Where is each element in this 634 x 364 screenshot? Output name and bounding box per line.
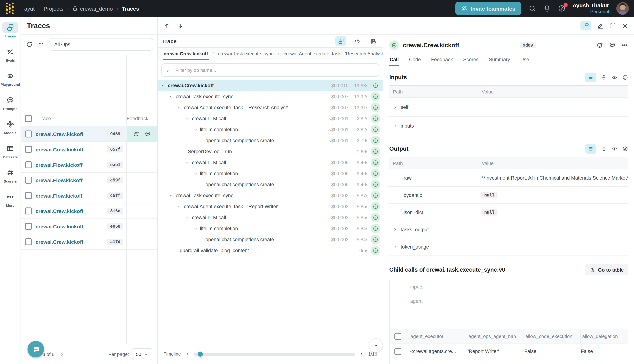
- tab-feedback[interactable]: Feedback: [431, 54, 453, 66]
- arrow-down-icon[interactable]: [177, 22, 183, 29]
- sidebar-item-datasets[interactable]: Datasets: [0, 143, 21, 165]
- per-page-select[interactable]: 50: [132, 348, 152, 360]
- sidebar-item-more[interactable]: More: [0, 191, 21, 214]
- tree-node[interactable]: crewai.Agent.execute_task - 'Research An…: [158, 102, 383, 113]
- table-row[interactable]: crewai.Crew.kickoff657f: [21, 142, 157, 157]
- tree-node[interactable]: crewai.Agent.execute_task - 'Report Writ…: [158, 201, 383, 212]
- chevron-down-icon[interactable]: [185, 215, 190, 220]
- sidebar-item-scorers[interactable]: Scorers: [0, 167, 21, 190]
- chevron-right-icon[interactable]: [393, 124, 398, 128]
- invite-teammates-button[interactable]: Invite teammates: [455, 2, 521, 15]
- chat-launcher-button[interactable]: [28, 341, 44, 358]
- columns-icon[interactable]: [38, 41, 44, 48]
- tree-node[interactable]: guardrail-validate_blog_content 0ms: [158, 245, 383, 256]
- tree-node[interactable]: crewai.LLM.call $0.0006 9.40s: [158, 157, 383, 168]
- breadcrumb-page[interactable]: Traces: [122, 5, 139, 12]
- trace-link[interactable]: crewai.Crew.kickoff: [36, 239, 83, 245]
- row-checkbox[interactable]: [25, 192, 32, 199]
- chevron-down-icon[interactable]: [185, 160, 190, 165]
- row-checkbox[interactable]: [25, 223, 32, 230]
- timeline-slider-handle[interactable]: [198, 352, 203, 357]
- table-row[interactable]: crewai.Flow.kickoffc59f: [21, 173, 157, 188]
- sidebar-item-playground[interactable]: Playground: [0, 70, 21, 93]
- chevron-down-icon[interactable]: [193, 127, 198, 132]
- help-icon[interactable]: [558, 5, 565, 12]
- tree-node[interactable]: crewai.Crew.kickoff $0.0010 19.83s: [158, 80, 383, 91]
- trace-link[interactable]: crewai.Crew.kickoff: [36, 224, 83, 229]
- wandb-logo[interactable]: [5, 2, 16, 14]
- breadcrumb-org[interactable]: ayut: [24, 5, 35, 12]
- tab-use[interactable]: Use: [520, 54, 529, 66]
- refresh-icon[interactable]: [26, 41, 33, 48]
- tree-node[interactable]: crewai.LLM.call $0.0003 5.85s: [158, 212, 383, 223]
- output-row-json-dict[interactable]: json_dict null: [389, 204, 628, 221]
- chevron-down-icon[interactable]: [169, 193, 174, 198]
- input-row-self[interactable]: self: [389, 98, 628, 116]
- sidebar-item-models[interactable]: Models: [0, 119, 21, 141]
- tree-node[interactable]: openai.chat.completions.create $0.0003 5…: [158, 234, 383, 245]
- list-view-icon[interactable]: [585, 144, 596, 154]
- tab-call[interactable]: Call: [389, 54, 399, 66]
- expand-rows-icon[interactable]: [601, 146, 607, 152]
- column-header[interactable]: agent_executor: [406, 329, 467, 343]
- chevron-right-icon[interactable]: [393, 228, 398, 232]
- chevron-right-icon[interactable]: [393, 245, 398, 249]
- tab-summary[interactable]: Summary: [489, 54, 511, 66]
- trace-link[interactable]: crewai.Crew.kickoff: [36, 146, 83, 152]
- table-row[interactable]: <crewai.agents.cre... 'Research Analyst'…: [390, 359, 628, 364]
- list-view-icon[interactable]: [585, 72, 596, 82]
- trace-link[interactable]: crewai.Flow.kickoff: [36, 193, 83, 198]
- output-row-tasks-output[interactable]: tasks_output: [389, 221, 628, 238]
- table-row[interactable]: crewai.Crew.kickoffe058: [21, 219, 157, 234]
- code-view-icon[interactable]: [352, 36, 363, 46]
- tree-node[interactable]: crewai.LLM.call <$0.0001 2.82s: [158, 113, 383, 124]
- op-name-filter-input[interactable]: [175, 67, 375, 73]
- arrow-up-icon[interactable]: [164, 22, 170, 29]
- table-row[interactable]: crewai.Crew.kickoff9d89: [21, 126, 157, 142]
- trace-link[interactable]: crewai.Crew.kickoff: [36, 208, 83, 214]
- flame-view-icon[interactable]: [368, 36, 379, 46]
- select-all-checkbox[interactable]: [394, 333, 401, 340]
- bell-icon[interactable]: [543, 5, 550, 12]
- tree-node[interactable]: crewai.Task.execute_sync $0.0003 5.87s: [158, 190, 383, 201]
- row-checkbox[interactable]: [25, 208, 32, 214]
- trace-link[interactable]: crewai.Flow.kickoff: [36, 162, 83, 168]
- close-icon[interactable]: [622, 22, 628, 29]
- pencil-icon[interactable]: [597, 22, 604, 29]
- go-to-table-button[interactable]: Go to table: [585, 264, 628, 275]
- output-row-raw[interactable]: raw **Investment Report: AI in Chemical …: [389, 169, 628, 186]
- column-header[interactable]: allow_delegation: [581, 329, 634, 343]
- table-row[interactable]: crewai.Flow.kickoffc5ff: [21, 188, 157, 204]
- avatar[interactable]: [616, 2, 629, 15]
- chevron-down-icon[interactable]: [161, 83, 166, 88]
- tree-node[interactable]: openai.chat.completions.create $0.0006 9…: [158, 179, 383, 190]
- timeline-prev-button[interactable]: ‹: [185, 352, 190, 357]
- trace-link[interactable]: crewai.Crew.kickoff: [36, 131, 83, 137]
- search-icon[interactable]: [528, 5, 536, 12]
- comment-icon[interactable]: [145, 131, 151, 137]
- column-header[interactable]: allow_code_execution: [524, 329, 581, 343]
- chevron-down-icon[interactable]: [193, 226, 198, 231]
- expand-icon[interactable]: [610, 22, 616, 29]
- op-name-filter[interactable]: [161, 64, 379, 76]
- sidebar-item-traces[interactable]: Traces: [0, 22, 21, 44]
- timeline-next-button[interactable]: ›: [359, 352, 364, 357]
- chevron-down-icon[interactable]: [169, 94, 174, 99]
- row-checkbox[interactable]: [25, 238, 32, 245]
- row-checkbox[interactable]: [25, 177, 32, 184]
- chevron-down-icon[interactable]: [177, 105, 182, 110]
- tree-node[interactable]: litellm.completion <$0.0001 2.82s: [158, 124, 383, 135]
- chevron-down-icon[interactable]: [177, 204, 182, 209]
- call-crumb-tab[interactable]: crewai.Task.execute_sync: [217, 48, 275, 60]
- tab-code[interactable]: Code: [409, 54, 421, 66]
- expand-rows-icon[interactable]: [601, 74, 607, 80]
- column-header[interactable]: agent_ops_agent_nan: [467, 329, 524, 343]
- table-row[interactable]: crewai.Crew.kickoffa17d: [21, 234, 157, 250]
- chevron-down-icon[interactable]: [185, 116, 190, 121]
- ops-filter-select[interactable]: All Ops: [50, 38, 153, 50]
- emoji-add-icon[interactable]: [596, 42, 603, 48]
- tab-scores[interactable]: Scores: [463, 54, 479, 66]
- comment-icon[interactable]: [609, 42, 616, 48]
- row-checkbox[interactable]: [25, 161, 32, 168]
- breadcrumb-projects[interactable]: Projects: [44, 5, 63, 12]
